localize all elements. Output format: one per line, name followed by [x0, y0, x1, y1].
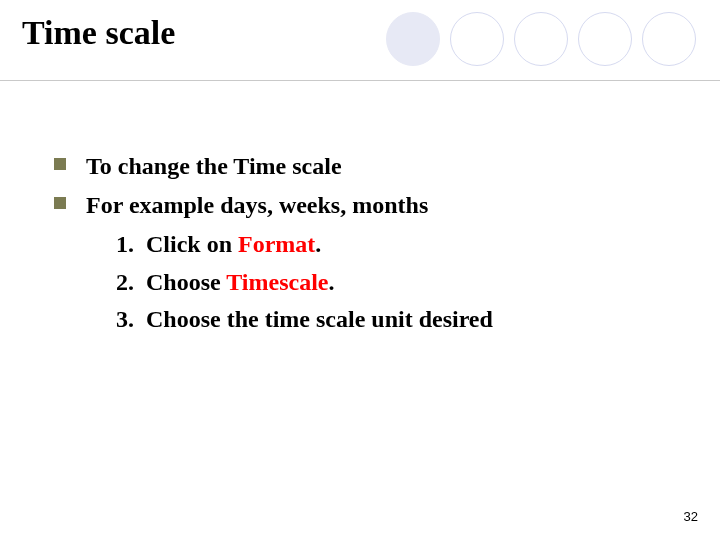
bullet-icon — [54, 158, 66, 170]
title-area: Time scale — [22, 14, 720, 52]
list-item: 2. Choose Timescale. — [102, 264, 680, 301]
list-item: 1. Click on Format. — [102, 226, 680, 263]
slide-title: Time scale — [22, 14, 720, 52]
numbered-list: 1. Click on Format. 2. Choose Timescale.… — [102, 226, 680, 338]
bullet-icon — [54, 197, 66, 209]
bullet-item: To change the Time scale — [54, 148, 680, 185]
bullet-text: For example days, weeks, months — [86, 187, 428, 224]
list-item: 3. Choose the time scale unit desired — [102, 301, 680, 338]
bullet-item: For example days, weeks, months — [54, 187, 680, 224]
step-text: Choose Timescale. — [146, 264, 334, 301]
slide-content: To change the Time scale For example day… — [54, 148, 680, 338]
step-text: Click on Format. — [146, 226, 321, 263]
step-number: 1. — [102, 226, 134, 263]
bullet-text: To change the Time scale — [86, 148, 342, 185]
page-number: 32 — [684, 509, 698, 524]
step-number: 2. — [102, 264, 134, 301]
step-number: 3. — [102, 301, 134, 338]
step-text: Choose the time scale unit desired — [146, 301, 493, 338]
horizontal-rule — [0, 80, 720, 81]
